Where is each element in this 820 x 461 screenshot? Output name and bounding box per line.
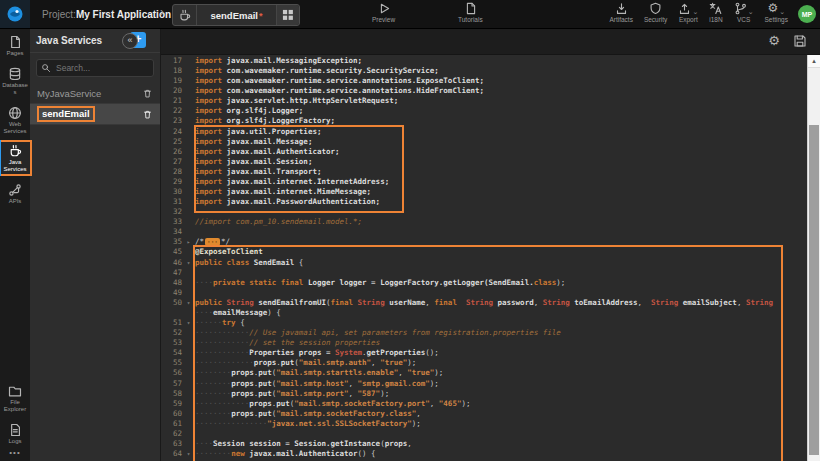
code-line[interactable]: 32 bbox=[160, 207, 808, 217]
fold-marker-icon[interactable]: ▾ bbox=[182, 258, 195, 268]
code-line[interactable]: 60········props.put("mail.smtp.socketFac… bbox=[160, 409, 808, 419]
service-item-myjavaservice[interactable]: MyJavaService bbox=[30, 83, 160, 104]
sidebar-item-java-services[interactable]: Java Services bbox=[0, 140, 32, 176]
code-line[interactable]: 18import com.wavemaker.runtime.security.… bbox=[160, 66, 808, 76]
fold-marker-icon[interactable]: ▸ bbox=[182, 237, 195, 247]
search-input[interactable] bbox=[54, 62, 149, 74]
security-button[interactable]: Security bbox=[644, 2, 667, 23]
service-item-sendemail[interactable]: sendEmail bbox=[30, 104, 160, 125]
code-line[interactable]: 27import javax.mail.Session; bbox=[160, 157, 808, 167]
line-number: 25 bbox=[160, 137, 182, 147]
settings-button[interactable]: ⚙⌄ Settings bbox=[765, 2, 789, 23]
code-line[interactable]: 46▾public class SendEmail { bbox=[160, 258, 808, 268]
vertical-scrollbar[interactable]: ▴ bbox=[807, 55, 820, 461]
code-line[interactable]: 23import org.slf4j.LoggerFactory; bbox=[160, 116, 808, 126]
fold-marker-icon bbox=[182, 187, 195, 197]
service-search[interactable] bbox=[36, 59, 154, 77]
vcs-button[interactable]: ⌄ VCS bbox=[734, 2, 754, 23]
code-line[interactable]: 56········props.put("mail.smtp.starttls.… bbox=[160, 368, 808, 378]
code-line[interactable]: 53············// set the session propert… bbox=[160, 338, 808, 348]
code-line[interactable]: 29import javax.mail.internet.InternetAdd… bbox=[160, 177, 808, 187]
code-text bbox=[195, 227, 808, 237]
sidebar-item-databases[interactable]: Databases bbox=[0, 63, 30, 99]
code-text: import javax.mail.Session; bbox=[195, 157, 808, 167]
code-text bbox=[195, 288, 808, 298]
code-line[interactable]: 33//import com.pm_10.sendemail.model.*; bbox=[160, 217, 808, 227]
code-line[interactable]: 25import javax.mail.Message; bbox=[160, 137, 808, 147]
fold-marker-icon[interactable]: ▾ bbox=[182, 298, 195, 308]
scroll-up-button[interactable]: ▴ bbox=[808, 55, 820, 68]
sidebar-item-file-explorer[interactable]: File Explorer bbox=[0, 380, 30, 416]
line-number: 51 bbox=[160, 318, 182, 328]
code-line[interactable]: 49 bbox=[160, 288, 808, 298]
preview-button[interactable]: Preview bbox=[372, 2, 395, 23]
panel-collapse-button[interactable]: « bbox=[122, 33, 138, 49]
line-number: 33 bbox=[160, 217, 182, 227]
sidebar-more-button[interactable]: ••• bbox=[9, 448, 20, 457]
fold-marker-icon bbox=[182, 439, 195, 449]
code-line[interactable]: 20import com.wavemaker.runtime.service.a… bbox=[160, 86, 808, 96]
fold-marker-icon bbox=[182, 207, 195, 217]
code-text: import com.wavemaker.runtime.service.ann… bbox=[195, 76, 808, 86]
fold-marker-icon bbox=[182, 358, 195, 368]
sidebar-item-web-services[interactable]: Web Services bbox=[0, 102, 30, 138]
code-line[interactable]: 22import org.slf4j.Logger; bbox=[160, 106, 808, 116]
export-button[interactable]: ⌄ Export bbox=[678, 2, 698, 23]
line-number: 31 bbox=[160, 197, 182, 207]
tab-grid-menu-icon[interactable] bbox=[276, 5, 299, 25]
trash-icon[interactable] bbox=[142, 109, 153, 120]
fold-marker-icon[interactable]: ▾ bbox=[182, 318, 195, 328]
code-line[interactable]: 35▸/*···*/ bbox=[160, 237, 808, 247]
editor-settings-button[interactable]: ⚙ bbox=[766, 33, 782, 49]
code-editor: ⚙ 17import javax.mail.MessagingException… bbox=[160, 28, 820, 461]
code-line[interactable]: 63····Session session = Session.getInsta… bbox=[160, 439, 808, 449]
code-line[interactable]: 21import javax.servlet.http.HttpServletR… bbox=[160, 96, 808, 106]
sidebar-item-apis[interactable]: APIs bbox=[0, 179, 30, 208]
unsaved-indicator: * bbox=[259, 11, 263, 21]
code-line[interactable]: 28import javax.mail.Transport; bbox=[160, 167, 808, 177]
code-line[interactable]: 64▾········new javax.mail.Authenticator(… bbox=[160, 449, 808, 459]
wavemaker-logo-icon bbox=[6, 5, 24, 23]
i18n-button[interactable]: i18N bbox=[709, 2, 722, 23]
code-line[interactable]: 34 bbox=[160, 227, 808, 237]
code-text: import javax.mail.Message; bbox=[195, 137, 808, 147]
tutorials-button[interactable]: Tutorials bbox=[458, 2, 483, 23]
code-line[interactable]: 57········props.put("mail.smtp.host", "s… bbox=[160, 379, 808, 389]
code-line[interactable]: 24import java.util.Properties; bbox=[160, 127, 808, 137]
code-text: import javax.mail.Transport; bbox=[195, 167, 808, 177]
sidebar-item-logs[interactable]: Logs bbox=[0, 419, 30, 448]
code-line[interactable]: 50▾public String sendEmailfromUI(final S… bbox=[160, 298, 808, 308]
fold-marker-icon[interactable]: ▾ bbox=[182, 449, 195, 459]
editor-tab-sendemail[interactable]: sendEmail* bbox=[172, 4, 300, 26]
fold-marker-icon bbox=[182, 328, 195, 338]
code-line[interactable]: 30import javax.mail.internet.MimeMessage… bbox=[160, 187, 808, 197]
app-logo[interactable] bbox=[0, 0, 30, 28]
save-floppy-icon bbox=[793, 34, 807, 48]
save-button[interactable] bbox=[792, 33, 808, 49]
code-line[interactable]: 58········props.put("mail.smtp.port", "5… bbox=[160, 389, 808, 399]
scrollbar-thumb[interactable] bbox=[809, 125, 819, 455]
code-line[interactable]: 55·············props.put("mail.smtp.auth… bbox=[160, 358, 808, 368]
artifacts-button[interactable]: Artifacts bbox=[609, 2, 632, 23]
code-text: import javax.servlet.http.HttpServletReq… bbox=[195, 96, 808, 106]
code-line[interactable]: 19import com.wavemaker.runtime.service.a… bbox=[160, 76, 808, 86]
code-line[interactable]: 48····private static final Logger logger… bbox=[160, 278, 808, 288]
code-line[interactable]: 54············Properties props = System.… bbox=[160, 348, 808, 358]
sidebar-item-pages[interactable]: Pages bbox=[0, 31, 30, 60]
trash-icon[interactable] bbox=[142, 88, 153, 99]
code-line[interactable]: 52············// Use javamail api, set p… bbox=[160, 328, 808, 338]
code-line[interactable]: 47 bbox=[160, 268, 808, 278]
code-line[interactable]: 51▾······try { bbox=[160, 318, 808, 328]
code-text: ············props.put("mail.smtp.socketF… bbox=[195, 399, 808, 409]
code-line[interactable]: 31import javax.mail.PasswordAuthenticati… bbox=[160, 197, 808, 207]
line-number: 58 bbox=[160, 389, 182, 399]
user-avatar[interactable]: MP bbox=[798, 5, 816, 23]
code-scroll-area[interactable]: 17import javax.mail.MessagingException;1… bbox=[160, 55, 808, 461]
code-line[interactable]: 59············props.put("mail.smtp.socke… bbox=[160, 399, 808, 409]
code-line[interactable]: 62 bbox=[160, 429, 808, 439]
code-line[interactable]: 17import javax.mail.MessagingException; bbox=[160, 56, 808, 66]
code-line[interactable]: 61················"javax.net.ssl.SSLSock… bbox=[160, 419, 808, 429]
code-line[interactable]: ····emailMessage) { bbox=[160, 308, 808, 318]
code-line[interactable]: 26import javax.mail.Authenticator; bbox=[160, 147, 808, 157]
code-line[interactable]: 45@ExposeToClient bbox=[160, 247, 808, 257]
